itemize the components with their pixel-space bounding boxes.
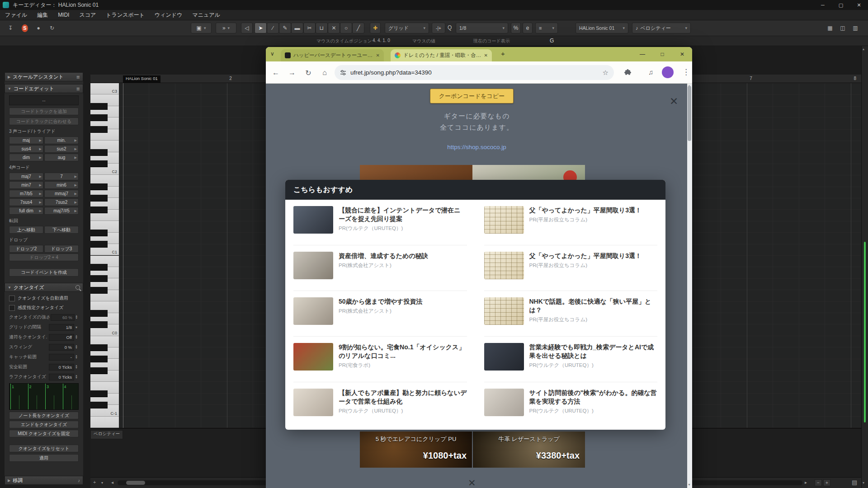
quantize-length-button-1[interactable]: エンドをクオンタイズ [9, 421, 79, 428]
ad-item[interactable]: 50歳から億まで増やす投資法PR(株式会社アシスト) [293, 291, 467, 337]
quantize-row-value-3[interactable]: - [49, 354, 74, 361]
ad-title[interactable]: 【競合に差を】インテントデータで潜在ニーズを捉え先回り提案 [339, 206, 467, 223]
ad-banner-right[interactable]: 牛革 レザーストラップ ¥3380+tax [473, 432, 585, 468]
tetrad-button-1[interactable]: 7▶ [44, 173, 79, 180]
black-key[interactable] [90, 241, 108, 248]
media-controls-icon[interactable]: ♫ [648, 68, 653, 76]
add-chord-track-button[interactable]: コードトラックを追加 [9, 108, 79, 115]
shop-link[interactable]: https://shop.sococo.jp [266, 144, 688, 150]
ad-title[interactable]: 父「やってよかった」平屋間取り3選！ [529, 206, 658, 215]
ad-title[interactable]: サイト訪問前後の"検索"がわかる。的確な営業を実現する方法 [529, 389, 658, 406]
black-key[interactable] [90, 264, 108, 271]
overlay-close-button[interactable]: ✕ [670, 95, 678, 108]
record-button[interactable]: ● [33, 23, 44, 33]
tetrad-button-5[interactable]: mmaj7▶ [44, 190, 79, 197]
vscroll-thumb[interactable] [864, 242, 866, 422]
browser-close-button[interactable]: ✕ [672, 47, 692, 61]
setup-button[interactable]: ▥ [850, 23, 861, 33]
black-key[interactable] [90, 356, 108, 362]
url-text[interactable]: ufret.jp/song.php?data=34390 [350, 69, 599, 76]
auto-apply-checkbox[interactable] [9, 296, 15, 301]
ad-title[interactable]: 9割が知らない。宅食No.1「オイシックス」のリアルな口コミ... [339, 343, 467, 360]
ad-item[interactable]: 資産倍増、達成するための秘訣PR(株式会社アシスト) [293, 245, 467, 291]
ad-title[interactable]: NHKで話題。老後に快適な「狭い平屋」とは？ [529, 297, 658, 314]
grid-type-dropdown[interactable]: グリッド▾ [385, 23, 429, 33]
stepper-icon[interactable]: ▲▼ [74, 335, 79, 339]
quantize-row-value-1[interactable]: Off [49, 334, 74, 341]
tetrad-button-8[interactable]: full dim▶ [9, 207, 43, 215]
tab-search-icon[interactable]: ∨ [270, 51, 274, 57]
zoom-out-button[interactable]: − [815, 479, 822, 486]
quantize-row-value-5[interactable]: 0 Ticks [49, 374, 74, 380]
quantize-percent-button[interactable]: % [511, 23, 521, 33]
quantize-row-value-0[interactable]: 1/8 [49, 324, 74, 331]
reload-button[interactable]: ↻ [302, 66, 315, 79]
tab-active[interactable]: ドレミのうた / 童謡・唱歌・合唱 ギ...✕ [391, 49, 492, 61]
glue-tool-button[interactable]: ⊔ [316, 23, 328, 33]
keyboard-icon[interactable]: ▤ [852, 479, 857, 486]
section-transpose[interactable]: ▶移調♪ [5, 476, 83, 485]
black-key[interactable] [90, 183, 108, 190]
ad-item[interactable]: 【新人でもアポ量産】勘と努力に頼らないデータで営業を仕組み化PR(ウルテク（UR… [293, 382, 467, 428]
event-colors-dropdown[interactable]: ≡▾ [535, 23, 558, 33]
triad-button-3[interactable]: sus2▶ [44, 145, 79, 153]
section-chord-edit[interactable]: ▼コードエディット≣ [5, 84, 83, 93]
snap-button[interactable]: ✚ [370, 23, 381, 33]
stepper-icon[interactable]: ▲▼ [74, 345, 79, 349]
mute-tool-button[interactable]: ✕ [328, 23, 340, 33]
ad-item[interactable]: 父「やってよかった」平屋間取り3選！PR(平屋お役立ちコラム) [484, 200, 658, 245]
extensions-icon[interactable] [624, 69, 632, 76]
maximize-button[interactable]: ▢ [832, 0, 850, 10]
page-scroll-down-icon[interactable]: ▼ [688, 483, 691, 486]
scroll-left-icon[interactable]: ◂ [111, 480, 113, 485]
zones-button[interactable]: ▦ [825, 23, 835, 33]
tab-close-icon[interactable]: ✕ [376, 53, 380, 58]
tetrad-button-3[interactable]: min6▶ [44, 181, 79, 189]
autoscroll-button[interactable]: »▾ [216, 23, 236, 33]
ad-title[interactable]: 父「やってよかった」平屋間取り3選！ [529, 252, 658, 260]
triad-button-0[interactable]: maj▶ [9, 136, 43, 144]
black-key[interactable] [90, 230, 108, 236]
black-key[interactable] [90, 344, 108, 351]
stepper-icon[interactable]: ▲▼ [74, 355, 79, 359]
drop-button-1[interactable]: ドロップ3 [44, 245, 79, 253]
triad-button-5[interactable]: aug▶ [44, 154, 79, 161]
strength-value[interactable]: 60 % [51, 314, 75, 321]
white-key[interactable]: C3 [90, 83, 119, 94]
black-key[interactable] [90, 402, 108, 408]
drop-button-0[interactable]: ドロップ2 [9, 245, 43, 253]
ad-banner-left[interactable]: 5 秒でエレアコにクリップ PU ¥1080+tax [360, 432, 472, 468]
caret-down-icon[interactable]: ▾ [101, 481, 103, 485]
solo-button[interactable]: S [19, 23, 31, 33]
triad-button-2[interactable]: sus4▶ [9, 145, 43, 153]
iq-checkbox[interactable] [9, 305, 15, 311]
bookmark-star-icon[interactable]: ☆ [603, 69, 609, 77]
white-key[interactable] [90, 417, 119, 428]
black-key[interactable] [90, 206, 108, 213]
tab-inactive-0[interactable]: ハッピーバースデートゥーユー / 童謡・...✕ [281, 49, 384, 61]
black-key[interactable] [90, 195, 108, 202]
browser-maximize-button[interactable]: □ [652, 47, 672, 61]
menu-item-2[interactable]: MIDI [53, 12, 74, 18]
site-settings-icon[interactable] [340, 70, 346, 76]
back-button[interactable]: ← [269, 66, 282, 79]
black-key[interactable] [90, 160, 108, 167]
line-tool-button[interactable]: ╱ [352, 23, 364, 33]
scroll-up-icon[interactable]: ▴ [863, 47, 864, 51]
minimize-button[interactable]: ─ [814, 0, 832, 10]
follow-chord-track-button[interactable]: コードトラックに合わせる [9, 117, 79, 125]
black-key[interactable] [90, 149, 108, 156]
menu-item-1[interactable]: 編集 [32, 11, 53, 19]
triad-button-4[interactable]: dim▶ [9, 154, 43, 161]
cycle-button[interactable]: ↻ [46, 23, 58, 33]
black-key[interactable] [90, 114, 108, 121]
profile-avatar[interactable] [662, 66, 674, 78]
ad-close-button[interactable]: ✕ [468, 478, 476, 488]
page-scrollbar-thumb[interactable] [688, 86, 691, 141]
menu-item-3[interactable]: スコア [74, 11, 101, 19]
black-key[interactable] [90, 287, 108, 294]
ad-title[interactable]: 【新人でもアポ量産】勘と努力に頼らないデータで営業を仕組み化 [339, 389, 467, 406]
inversion-button-1[interactable]: 下へ移動 [44, 226, 79, 234]
feedback-button[interactable]: ◁ [241, 23, 253, 33]
vertical-scrollbar[interactable]: ▴ ▾ [861, 46, 868, 488]
